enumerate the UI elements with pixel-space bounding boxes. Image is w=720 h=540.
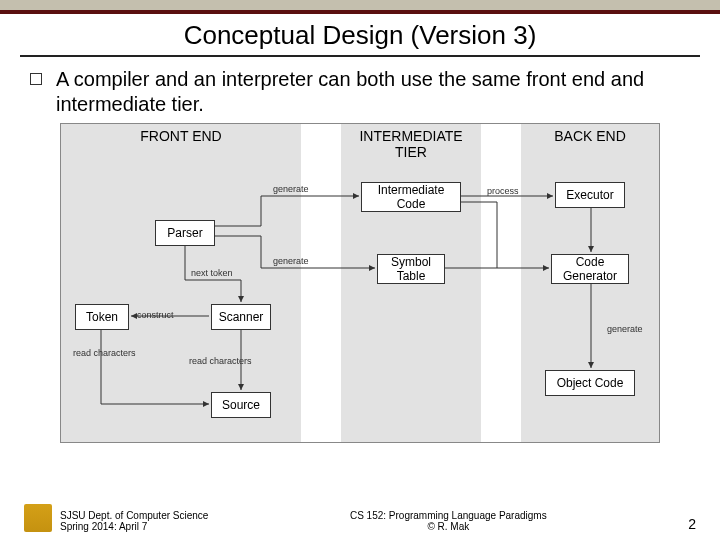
box-symbol-table: Symbol Table xyxy=(377,254,445,284)
edge-generate-3: generate xyxy=(607,324,643,334)
box-token: Token xyxy=(75,304,129,330)
box-scanner: Scanner xyxy=(211,304,271,330)
slide-footer: SJSU Dept. of Computer Science Spring 20… xyxy=(0,504,720,532)
box-parser: Parser xyxy=(155,220,215,246)
edge-construct: construct xyxy=(137,310,174,320)
footer-course: CS 152: Programming Language Paradigms xyxy=(350,510,547,521)
edge-read-chars-1: read characters xyxy=(73,348,136,358)
box-object-code: Object Code xyxy=(545,370,635,396)
slide-top-border xyxy=(0,0,720,14)
bullet-icon xyxy=(30,73,42,85)
tier-label-be: BACK END xyxy=(521,128,659,144)
tier-label-mt: INTERMEDIATE TIER xyxy=(341,128,481,160)
title-underline xyxy=(20,55,700,57)
tier-label-fe: FRONT END xyxy=(61,128,301,144)
edge-generate-1: generate xyxy=(273,184,309,194)
box-intermediate-code: Intermediate Code xyxy=(361,182,461,212)
edge-process: process xyxy=(487,186,519,196)
footer-dept: SJSU Dept. of Computer Science xyxy=(60,510,208,521)
box-code-generator: Code Generator xyxy=(551,254,629,284)
bullet-item: A compiler and an interpreter can both u… xyxy=(30,67,690,117)
box-executor: Executor xyxy=(555,182,625,208)
sjsu-logo-icon xyxy=(24,504,52,532)
edge-next-token: next token xyxy=(191,268,233,278)
edge-read-chars-2: read characters xyxy=(189,356,252,366)
architecture-diagram: FRONT END INTERMEDIATE TIER BACK END Par… xyxy=(60,123,660,443)
edge-generate-2: generate xyxy=(273,256,309,266)
bullet-text: A compiler and an interpreter can both u… xyxy=(56,67,690,117)
footer-term: Spring 2014: April 7 xyxy=(60,521,208,532)
slide-title: Conceptual Design (Version 3) xyxy=(0,20,720,51)
box-source: Source xyxy=(211,392,271,418)
page-number: 2 xyxy=(688,516,696,532)
footer-copyright: © R. Mak xyxy=(350,521,547,532)
